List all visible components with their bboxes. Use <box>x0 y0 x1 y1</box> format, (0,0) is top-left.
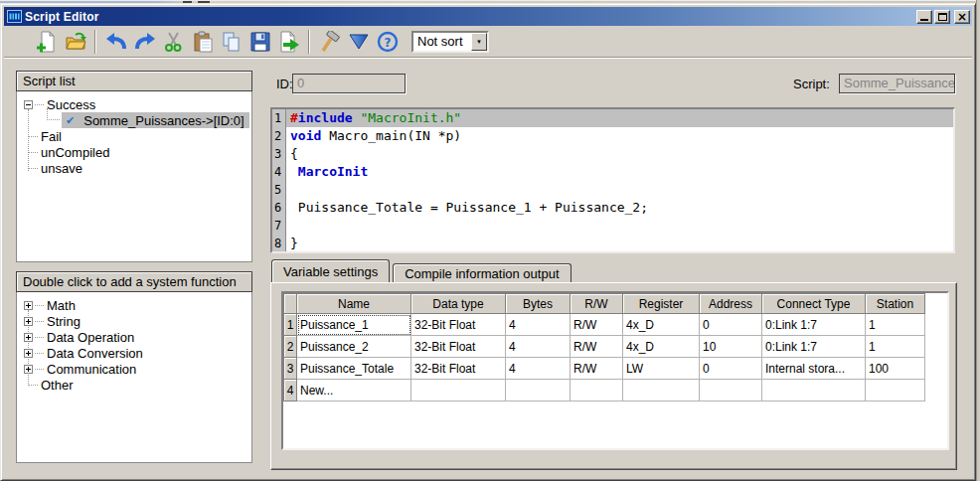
cell-bytes-row1[interactable]: 4 <box>506 314 571 336</box>
tree-item-label: Data Operation <box>47 330 134 345</box>
row-number[interactable]: 4 <box>284 380 297 401</box>
cell-station-row4[interactable] <box>866 380 925 401</box>
cell-data-type-row1[interactable]: 32-Bit Float <box>411 314 506 336</box>
copy-pages-icon <box>221 31 243 53</box>
expand-icon[interactable] <box>24 317 33 326</box>
cell-bytes-row3[interactable]: 4 <box>506 358 571 380</box>
cell-register-row4[interactable] <box>623 380 700 401</box>
function-item-data-conversion[interactable]: Data Conversion <box>17 345 251 361</box>
cell-name-row3[interactable]: Puissance_Totale <box>297 358 411 380</box>
cell-connect-type-row4[interactable] <box>762 380 866 401</box>
cell-connect-type-row2[interactable]: 0:Link 1:7 <box>762 336 866 358</box>
cell-address-row4[interactable] <box>700 380 762 401</box>
code-editor[interactable]: 1#include "MacroInit.h"2void Macro_main(… <box>270 107 955 253</box>
expand-icon[interactable] <box>24 349 33 358</box>
collapse-icon[interactable] <box>24 100 33 109</box>
dropdown-arrow-icon[interactable]: ▼ <box>471 33 487 51</box>
function-item-other[interactable]: Other <box>17 377 251 393</box>
cell-name-row1[interactable]: Puissance_1 <box>297 314 411 336</box>
cell-address-row2[interactable]: 10 <box>700 336 762 358</box>
cell-station-row2[interactable]: 1 <box>866 336 925 358</box>
script-list-item-selected-script[interactable]: ✔ Somme_Puissances->[ID:0] <box>17 112 251 128</box>
script-name-field[interactable]: Somme_Puissances <box>839 74 955 93</box>
script-list-item-fail[interactable]: Fail <box>17 128 251 144</box>
cut-button[interactable] <box>161 29 186 55</box>
cell-name-row4[interactable]: New... <box>297 380 411 401</box>
undo-button[interactable] <box>103 29 128 55</box>
help-button[interactable]: ? <box>375 29 400 55</box>
script-list-item-unsave[interactable]: unsave <box>17 160 251 176</box>
function-item-data-operation[interactable]: Data Operation <box>17 329 251 345</box>
cell-r-w-row3[interactable]: R/W <box>571 358 623 380</box>
tab-variable-settings[interactable]: Variable settings <box>271 259 390 282</box>
sort-dropdown[interactable]: Not sort ▼ <box>411 31 489 53</box>
cell-station-row1[interactable]: 1 <box>866 314 925 336</box>
tab-compile-information-output[interactable]: Compile information output <box>393 263 571 282</box>
window-title: Script Editor <box>25 10 914 24</box>
export-page-icon <box>278 31 300 53</box>
copy-button[interactable] <box>219 29 244 55</box>
script-label: Script: <box>793 77 830 91</box>
line-number: 2 <box>272 127 286 145</box>
redo-button[interactable] <box>132 29 157 55</box>
minimize-button[interactable] <box>916 10 932 24</box>
cell-name-row2[interactable]: Puissance_2 <box>297 336 411 358</box>
new-script-button[interactable] <box>34 29 59 55</box>
clipboard-paste-icon <box>192 31 214 53</box>
tree-item-label: Fail <box>41 129 62 144</box>
cell-connect-type-row3[interactable]: Internal stora... <box>762 358 866 380</box>
cell-address-row3[interactable]: 0 <box>700 358 762 380</box>
corner-cell <box>284 294 297 314</box>
expand-icon[interactable] <box>24 365 33 374</box>
expand-icon[interactable] <box>24 301 33 310</box>
row-number[interactable]: 2 <box>284 336 297 358</box>
screen: Script Editor × <box>0 0 980 481</box>
row-number[interactable]: 3 <box>284 358 297 380</box>
cell-data-type-row3[interactable]: 32-Bit Float <box>411 358 506 380</box>
variable-table-container: NameData typeBytesR/WRegisterAddressConn… <box>281 291 949 450</box>
cell-address-row1[interactable]: 0 <box>700 314 762 336</box>
function-tree: MathStringData OperationData ConversionC… <box>16 292 252 463</box>
filter-button[interactable] <box>346 29 371 55</box>
code-line-6: 6 Puissance_Totale = Puissance_1 + Puiss… <box>272 199 953 217</box>
function-item-math[interactable]: Math <box>17 297 251 313</box>
cell-data-type-row4[interactable] <box>411 380 506 401</box>
cell-station-row3[interactable]: 100 <box>866 358 925 380</box>
function-item-string[interactable]: String <box>17 313 251 329</box>
paste-button[interactable] <box>190 29 215 55</box>
cell-r-w-row2[interactable]: R/W <box>571 336 623 358</box>
cell-bytes-row2[interactable]: 4 <box>506 336 571 358</box>
id-label: ID: <box>276 77 293 91</box>
cell-data-type-row2[interactable]: 32-Bit Float <box>411 336 506 358</box>
toolbar-divider <box>4 57 972 59</box>
open-script-button[interactable] <box>63 29 87 55</box>
save-button[interactable] <box>247 29 272 55</box>
check-icon: ✔ <box>66 114 75 127</box>
cell-register-row2[interactable]: 4x_D <box>623 336 700 358</box>
cell-r-w-row1[interactable]: R/W <box>571 314 623 336</box>
table-row-3: 3Puissance_Totale32-Bit Float4R/WLW0Inte… <box>284 358 925 380</box>
cell-connect-type-row1[interactable]: 0:Link 1:7 <box>762 314 866 336</box>
compile-button[interactable] <box>317 29 342 55</box>
code-line-4: 4 MarcoInit <box>272 163 953 181</box>
script-list-item-uncompiled[interactable]: unCompiled <box>17 144 251 160</box>
cell-r-w-row4[interactable] <box>571 380 623 401</box>
close-button[interactable]: × <box>954 10 970 24</box>
maximize-button[interactable] <box>934 10 950 24</box>
export-script-button[interactable] <box>276 29 301 55</box>
cell-register-row3[interactable]: LW <box>623 358 700 380</box>
code-line-3: 3{ <box>272 145 953 163</box>
code-text <box>286 217 953 235</box>
background-window-edge <box>976 0 980 481</box>
function-panel-header: Double click to add a system function <box>16 271 252 292</box>
row-number[interactable]: 1 <box>284 314 297 336</box>
id-field[interactable]: 0 <box>292 74 406 93</box>
tree-elbow-line <box>47 108 60 120</box>
cell-bytes-row4[interactable] <box>506 380 571 401</box>
expand-icon[interactable] <box>24 333 33 342</box>
code-text: MarcoInit <box>286 163 953 181</box>
column-header-name: Name <box>297 294 411 314</box>
script-editor-window: Script Editor × <box>0 3 976 481</box>
cell-register-row1[interactable]: 4x_D <box>623 314 700 336</box>
function-item-communication[interactable]: Communication <box>17 361 251 377</box>
